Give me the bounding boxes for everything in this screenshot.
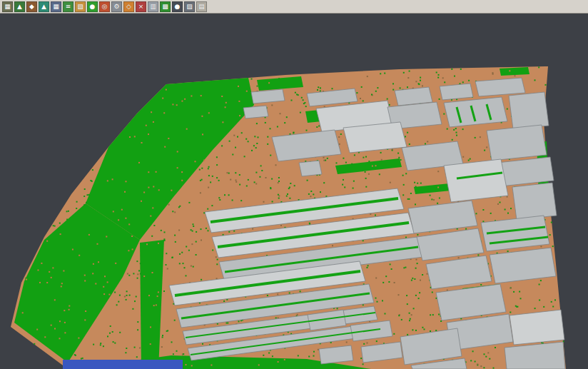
main-toolbar: ▦▲◆▲▦≡▧●◎⚙◇×▥▩●▨▤ bbox=[0, 0, 588, 14]
building-roof bbox=[512, 183, 557, 220]
mesh-grid-icon[interactable]: ▦ bbox=[51, 1, 61, 12]
building-roof bbox=[343, 122, 407, 153]
building-roof bbox=[251, 89, 285, 103]
vegetation-patch bbox=[500, 67, 529, 76]
viewport-3d[interactable] bbox=[0, 0, 588, 369]
settings-gear-icon[interactable]: ⚙ bbox=[111, 1, 122, 12]
layer-grid-icon[interactable]: ▦ bbox=[2, 1, 13, 12]
sphere-render-icon[interactable]: ● bbox=[87, 1, 98, 12]
side-panel-icon[interactable]: ▥ bbox=[148, 1, 158, 12]
bottom-blue-strip bbox=[63, 360, 183, 369]
building-roof bbox=[243, 106, 268, 118]
building-roof bbox=[299, 161, 322, 176]
building-roof bbox=[444, 159, 508, 202]
diamond-marker-icon[interactable]: ◇ bbox=[123, 1, 134, 12]
histogram-tool-icon[interactable]: ▨ bbox=[184, 1, 195, 12]
building-roof bbox=[475, 78, 525, 96]
vegetation-class-icon[interactable]: ▩ bbox=[160, 1, 171, 12]
bounding-box-icon[interactable]: ▧ bbox=[75, 1, 86, 12]
building-roof bbox=[509, 92, 549, 129]
globe-view-icon[interactable]: ● bbox=[172, 1, 183, 12]
ground-class-icon[interactable]: ◆ bbox=[26, 1, 37, 12]
scene-svg bbox=[0, 0, 588, 369]
palette-tool-icon[interactable]: ▤ bbox=[196, 1, 207, 12]
building-roof bbox=[510, 310, 564, 345]
layer-stack-icon[interactable]: ≡ bbox=[63, 1, 74, 12]
target-picker-icon[interactable]: ◎ bbox=[99, 1, 110, 12]
building-roof bbox=[319, 345, 353, 364]
dem-view-icon[interactable]: ▲ bbox=[39, 1, 49, 12]
building-roof bbox=[487, 125, 547, 161]
building-roof bbox=[444, 97, 507, 127]
building-roof bbox=[440, 84, 473, 100]
delete-selection-icon[interactable]: × bbox=[136, 1, 146, 12]
terrain-model-icon[interactable]: ▲ bbox=[14, 1, 25, 12]
